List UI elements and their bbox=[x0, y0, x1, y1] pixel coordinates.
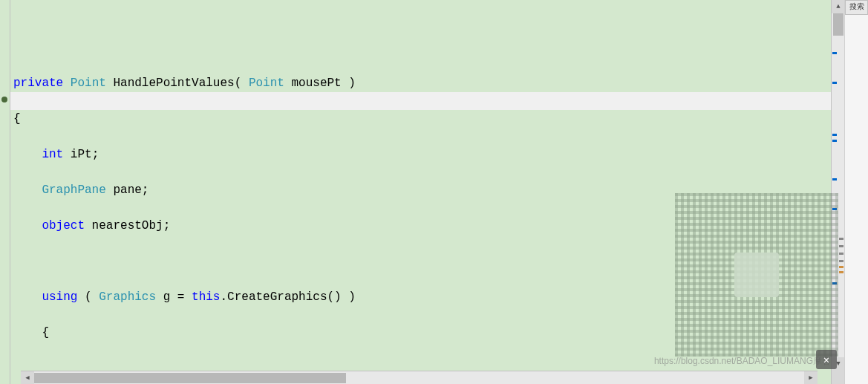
search-panel-button[interactable]: 搜索 bbox=[845, 0, 868, 15]
keyword: int bbox=[42, 148, 63, 161]
scroll-mark[interactable] bbox=[839, 253, 843, 255]
keyword: using bbox=[42, 290, 77, 304]
scroll-split-icon[interactable] bbox=[832, 371, 845, 384]
scroll-mark[interactable] bbox=[839, 245, 843, 247]
scroll-mark[interactable] bbox=[832, 82, 837, 84]
keyword: private bbox=[13, 77, 63, 90]
scroll-mark[interactable] bbox=[839, 271, 843, 273]
type: GraphPane bbox=[42, 183, 105, 197]
type: Point bbox=[249, 77, 284, 90]
scroll-up-icon[interactable]: ▲ bbox=[832, 0, 845, 13]
scroll-mark[interactable] bbox=[832, 52, 837, 54]
right-side-panel: 搜索 bbox=[844, 0, 868, 384]
code-content: private Point HandlePointValues( Point m… bbox=[13, 56, 831, 384]
keyword: this bbox=[192, 290, 220, 304]
type: Point bbox=[71, 77, 106, 90]
scroll-mark[interactable] bbox=[832, 208, 837, 210]
scroll-mark[interactable] bbox=[839, 266, 843, 268]
scroll-mark[interactable] bbox=[832, 282, 837, 284]
keyword: object bbox=[42, 219, 85, 232]
scroll-mark[interactable] bbox=[832, 134, 837, 136]
code-editor[interactable]: private Point HandlePointValues( Point m… bbox=[10, 0, 831, 384]
scroll-mark[interactable] bbox=[839, 238, 843, 240]
scroll-mark[interactable] bbox=[832, 178, 837, 180]
scroll-mark[interactable] bbox=[839, 260, 843, 262]
vertical-scrollbar[interactable]: ▲ ▼ bbox=[831, 0, 844, 384]
scroll-thumb-vertical[interactable] bbox=[833, 13, 843, 36]
scroll-mark[interactable] bbox=[832, 140, 837, 142]
breakpoint-margin[interactable] bbox=[0, 0, 10, 384]
type: Graphics bbox=[99, 290, 156, 304]
